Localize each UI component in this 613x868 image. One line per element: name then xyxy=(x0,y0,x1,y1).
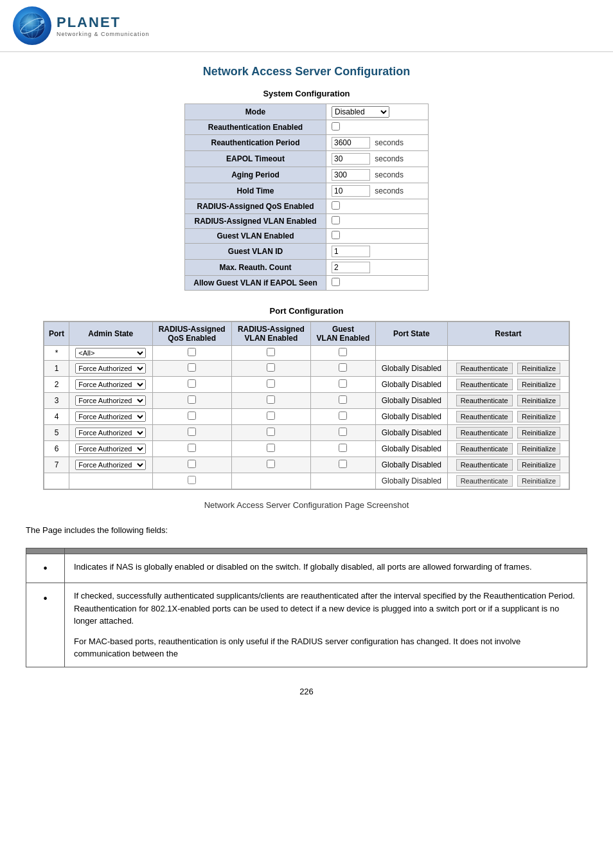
guest-checkbox-1[interactable] xyxy=(339,363,347,372)
vlan-checkbox-all[interactable] xyxy=(267,348,275,356)
guest-checkbox-2[interactable] xyxy=(339,379,347,388)
qos-2[interactable] xyxy=(152,377,231,393)
sys-value-radius-vlan[interactable] xyxy=(326,214,429,229)
guest-1[interactable] xyxy=(311,361,376,377)
admin-state-1[interactable]: Force Authorized xyxy=(69,361,152,377)
eapol-timeout-input[interactable] xyxy=(332,153,370,165)
guest-checkbox-3[interactable] xyxy=(339,395,347,404)
mode-select[interactable]: Disabled Enabled xyxy=(332,106,389,118)
reinit-btn-3[interactable]: Reinitialize xyxy=(517,395,560,406)
reinit-btn-5[interactable]: Reinitialize xyxy=(517,427,560,439)
sys-value-radius-qos[interactable] xyxy=(326,199,429,214)
qos-4[interactable] xyxy=(152,409,231,425)
sys-value-max-reauth[interactable] xyxy=(326,260,429,276)
vlan-2[interactable] xyxy=(231,377,310,393)
qos-checkbox-7[interactable] xyxy=(188,460,196,468)
vlan-5[interactable] xyxy=(231,425,310,441)
guest-checkbox-4[interactable] xyxy=(339,411,347,420)
reauth-btn-2[interactable]: Reauthenticate xyxy=(456,379,513,390)
radius-qos-checkbox[interactable] xyxy=(332,201,340,210)
restart-5[interactable]: Reauthenticate Reinitialize xyxy=(447,425,569,441)
reinit-btn-7[interactable]: Reinitialize xyxy=(517,459,560,471)
restart-8[interactable]: Reauthenticate Reinitialize xyxy=(447,473,569,489)
sys-value-mode[interactable]: Disabled Enabled xyxy=(326,104,429,120)
guest-checkbox-7[interactable] xyxy=(339,460,347,468)
qos-checkbox-1[interactable] xyxy=(188,363,196,372)
guest-vlan-id-input[interactable] xyxy=(332,246,370,257)
qos-6[interactable] xyxy=(152,441,231,457)
admin-state-6[interactable]: Force Authorized xyxy=(69,441,152,457)
qos-5[interactable] xyxy=(152,425,231,441)
reauth-enabled-checkbox[interactable] xyxy=(332,122,340,131)
guest-checkbox-5[interactable] xyxy=(339,428,347,436)
admin-state-all[interactable]: <All> Force Authorized Force Unauthorize… xyxy=(69,346,152,361)
guest-vlan-enabled-checkbox[interactable] xyxy=(332,231,340,239)
sys-value-guest-vlan-id[interactable] xyxy=(326,244,429,260)
guest-4[interactable] xyxy=(311,409,376,425)
vlan-6[interactable] xyxy=(231,441,310,457)
admin-state-7[interactable]: Force Authorized xyxy=(69,457,152,473)
sys-value-eapol[interactable]: seconds xyxy=(326,151,429,167)
guest-checkbox-6[interactable] xyxy=(339,444,347,452)
admin-select-all[interactable]: <All> Force Authorized Force Unauthorize… xyxy=(75,348,146,358)
qos-7[interactable] xyxy=(152,457,231,473)
reauth-btn-1[interactable]: Reauthenticate xyxy=(456,363,513,374)
reinit-btn-8[interactable]: Reinitialize xyxy=(517,475,560,487)
guest-all[interactable] xyxy=(311,346,376,361)
admin-state-3[interactable]: Force Authorized xyxy=(69,393,152,409)
admin-select-1[interactable]: Force Authorized xyxy=(75,363,146,374)
sys-value-guest-vlan-en[interactable] xyxy=(326,229,429,244)
vlan-checkbox-5[interactable] xyxy=(267,428,275,436)
admin-state-5[interactable]: Force Authorized xyxy=(69,425,152,441)
qos-all[interactable] xyxy=(152,346,231,361)
allow-guest-vlan-checkbox[interactable] xyxy=(332,278,340,286)
reinit-btn-2[interactable]: Reinitialize xyxy=(517,379,560,390)
qos-1[interactable] xyxy=(152,361,231,377)
qos-checkbox-3[interactable] xyxy=(188,395,196,404)
reauth-btn-7[interactable]: Reauthenticate xyxy=(456,459,513,471)
qos-checkbox-2[interactable] xyxy=(188,379,196,388)
max-reauth-input[interactable] xyxy=(332,262,370,273)
vlan-checkbox-3[interactable] xyxy=(267,395,275,404)
sys-value-reauth-period[interactable]: seconds xyxy=(326,135,429,151)
qos-checkbox-4[interactable] xyxy=(188,411,196,420)
reinit-btn-4[interactable]: Reinitialize xyxy=(517,411,560,422)
guest-5[interactable] xyxy=(311,425,376,441)
vlan-all[interactable] xyxy=(231,346,310,361)
reauth-btn-8[interactable]: Reauthenticate xyxy=(456,475,513,487)
guest-3[interactable] xyxy=(311,393,376,409)
admin-select-3[interactable]: Force Authorized xyxy=(75,395,146,406)
vlan-checkbox-7[interactable] xyxy=(267,460,275,468)
reinit-btn-6[interactable]: Reinitialize xyxy=(517,443,560,455)
qos-checkbox-all[interactable] xyxy=(188,348,196,356)
sys-value-allow-guest[interactable] xyxy=(326,276,429,291)
admin-select-7[interactable]: Force Authorized xyxy=(75,460,146,470)
sys-value-reauth-enabled[interactable] xyxy=(326,120,429,135)
vlan-1[interactable] xyxy=(231,361,310,377)
reauth-btn-3[interactable]: Reauthenticate xyxy=(456,395,513,406)
guest-7[interactable] xyxy=(311,457,376,473)
vlan-7[interactable] xyxy=(231,457,310,473)
qos-checkbox-8[interactable] xyxy=(188,476,196,484)
admin-select-6[interactable]: Force Authorized xyxy=(75,444,146,454)
vlan-checkbox-4[interactable] xyxy=(267,411,275,420)
sys-value-aging[interactable]: seconds xyxy=(326,167,429,183)
restart-6[interactable]: Reauthenticate Reinitialize xyxy=(447,441,569,457)
reauth-btn-5[interactable]: Reauthenticate xyxy=(456,427,513,439)
admin-select-4[interactable]: Force Authorized xyxy=(75,411,146,422)
restart-7[interactable]: Reauthenticate Reinitialize xyxy=(447,457,569,473)
vlan-checkbox-6[interactable] xyxy=(267,444,275,452)
qos-checkbox-6[interactable] xyxy=(188,444,196,452)
restart-4[interactable]: Reauthenticate Reinitialize xyxy=(447,409,569,425)
admin-state-4[interactable]: Force Authorized xyxy=(69,409,152,425)
sys-value-hold[interactable]: seconds xyxy=(326,183,429,199)
qos-8[interactable] xyxy=(152,473,231,489)
reinit-btn-1[interactable]: Reinitialize xyxy=(517,363,560,374)
admin-select-5[interactable]: Force Authorized xyxy=(75,428,146,438)
guest-6[interactable] xyxy=(311,441,376,457)
radius-vlan-checkbox[interactable] xyxy=(332,216,340,224)
guest-checkbox-all[interactable] xyxy=(339,348,347,356)
reauth-period-input[interactable] xyxy=(332,137,370,149)
admin-select-2[interactable]: Force Authorized xyxy=(75,379,146,390)
reauth-btn-4[interactable]: Reauthenticate xyxy=(456,411,513,422)
